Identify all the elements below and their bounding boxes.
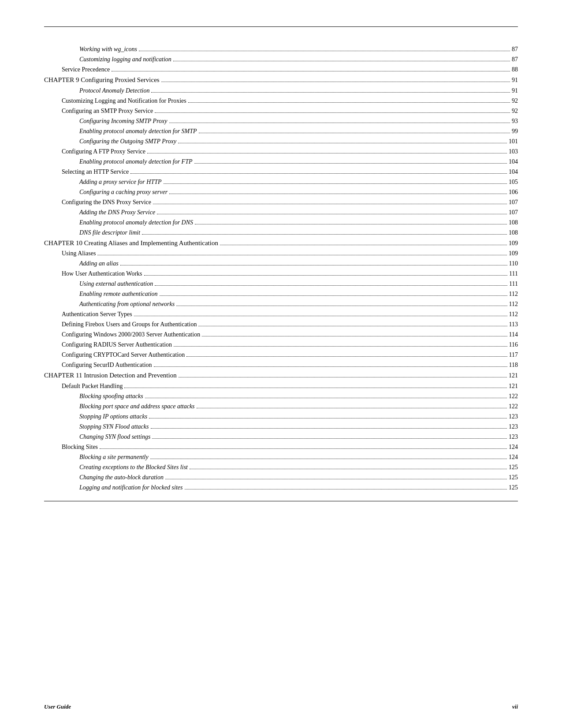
dots (178, 143, 507, 143)
entry-text: CHAPTER 9 Configuring Proxied Services (44, 75, 160, 85)
page-num: 111 (509, 269, 518, 278)
toc-entry: Using external authentication111 (44, 279, 518, 288)
footer-left: User Guide (44, 703, 71, 710)
toc-entry: Configuring an SMTP Proxy Service92 (44, 106, 518, 116)
dots (161, 82, 510, 82)
page-num: 109 (509, 239, 518, 248)
entry-text: Enabling protocol anomaly detection for … (79, 218, 193, 227)
dots (151, 428, 507, 429)
toc-entry: Service Precedence88 (44, 65, 518, 74)
toc-entry: Authenticating from optional networks112 (44, 299, 518, 309)
dots (100, 448, 507, 449)
bottom-rule (44, 501, 518, 501)
dots (155, 112, 510, 113)
page-num: 103 (509, 147, 518, 156)
dots (147, 153, 507, 153)
dots (194, 163, 507, 164)
toc-entry: Blocking a site permanently124 (44, 452, 518, 462)
toc-entry: Adding an alias110 (44, 259, 518, 268)
entry-text: Using external authentication (79, 279, 153, 288)
entry-text: CHAPTER 10 Creating Aliases and Implemen… (44, 238, 218, 248)
toc-container: Working with wg_icons87Customizing loggi… (44, 45, 518, 492)
dots (155, 285, 507, 286)
toc-entry: Configuring the Outgoing SMTP Proxy101 (44, 137, 518, 146)
page-num: 91 (512, 75, 518, 85)
entry-text: Stopping IP options attacks (79, 412, 147, 421)
dots (154, 366, 507, 367)
entry-text: Configuring the Outgoing SMTP Proxy (79, 137, 176, 146)
toc-entry: CHAPTER 9 Configuring Proxied Services91 (44, 75, 518, 85)
page-num: 124 (509, 442, 518, 452)
toc-entry: Customizing Logging and Notification for… (44, 96, 518, 105)
page-num: 114 (509, 330, 518, 339)
toc-entry: Default Packet Handling121 (44, 381, 518, 391)
entry-text: Changing SYN flood settings (79, 432, 150, 441)
page-num: 112 (509, 310, 518, 319)
page-num: 121 (509, 371, 518, 380)
dots (152, 438, 507, 439)
page-num: 124 (509, 452, 518, 462)
toc-entry: Blocking spoofing attacks122 (44, 392, 518, 401)
entry-text: How User Authentication Works (62, 269, 142, 278)
page-num: 122 (509, 392, 518, 401)
dots (160, 295, 507, 296)
toc-entry: Adding the DNS Proxy Service107 (44, 208, 518, 217)
page-num: 112 (509, 289, 518, 299)
entry-text: Enabling protocol anomaly detection for … (79, 157, 193, 166)
footer-right: vii (512, 703, 518, 710)
toc-entry: DNS file descriptor limit108 (44, 228, 518, 237)
dots (97, 255, 507, 255)
page-num: 107 (509, 208, 518, 217)
entry-text: Stopping SYN Flood attacks (79, 422, 149, 431)
entry-text: Configuring the DNS Proxy Service (62, 198, 151, 207)
toc-entry: CHAPTER 11 Intrusion Detection and Preve… (44, 370, 518, 381)
entry-text: Blocking Sites (62, 442, 98, 452)
entry-text: Using Aliases (62, 249, 96, 258)
dots (164, 183, 507, 184)
page-num: 118 (509, 360, 518, 370)
dots (120, 265, 507, 265)
dots (195, 224, 507, 224)
dots (173, 61, 510, 61)
entry-text: Changing the auto-block duration (79, 473, 164, 482)
toc-entry: Enabling protocol anomaly detection for … (44, 127, 518, 136)
dots (197, 408, 507, 408)
dots (142, 234, 507, 235)
footer: User Guide vii (44, 703, 518, 710)
toc-entry: Enabling remote authentication112 (44, 289, 518, 299)
toc-entry: CHAPTER 10 Creating Aliases and Implemen… (44, 238, 518, 248)
toc-entry: Configuring SecurID Authentication118 (44, 360, 518, 370)
dots (151, 92, 510, 93)
entry-text: Configuring Windows 2000/2003 Server Aut… (62, 330, 200, 339)
toc-entry: Configuring Windows 2000/2003 Server Aut… (44, 330, 518, 339)
page-num: 117 (509, 350, 518, 359)
entry-text: Blocking spoofing attacks (79, 392, 143, 401)
entry-text: Default Packet Handling (62, 381, 123, 391)
page-num: 106 (509, 187, 518, 197)
page: Working with wg_icons87Customizing loggi… (0, 0, 562, 728)
entry-text: Adding a proxy service for HTTP (79, 177, 162, 187)
toc-entry: Configuring RADIUS Server Authentication… (44, 340, 518, 349)
page-num: 108 (509, 218, 518, 227)
entry-text: Authenticating from optional networks (79, 299, 175, 309)
dots (149, 418, 507, 418)
page-num: 104 (509, 167, 518, 176)
toc-entry: Configuring Incoming SMTP Proxy93 (44, 116, 518, 126)
toc-entry: Blocking port space and address space at… (44, 402, 518, 411)
page-num: 91 (512, 86, 518, 95)
toc-entry: Changing the auto-block duration125 (44, 473, 518, 482)
toc-entry: Using Aliases109 (44, 249, 518, 258)
page-num: 112 (509, 299, 518, 309)
entry-text: Customizing logging and notification (79, 55, 171, 64)
page-num: 93 (512, 116, 518, 126)
entry-text: Working with wg_icons (79, 45, 137, 54)
dots (124, 388, 507, 388)
dots (199, 133, 510, 133)
toc-entry: Authentication Server Types112 (44, 310, 518, 319)
toc-entry: Configuring CRYPTOCard Server Authentica… (44, 350, 518, 359)
entry-text: Adding an alias (79, 259, 119, 268)
toc-entry: How User Authentication Works111 (44, 269, 518, 278)
page-num: 105 (509, 177, 518, 187)
toc-entry: Configuring a caching proxy server106 (44, 187, 518, 197)
page-num: 104 (509, 157, 518, 166)
